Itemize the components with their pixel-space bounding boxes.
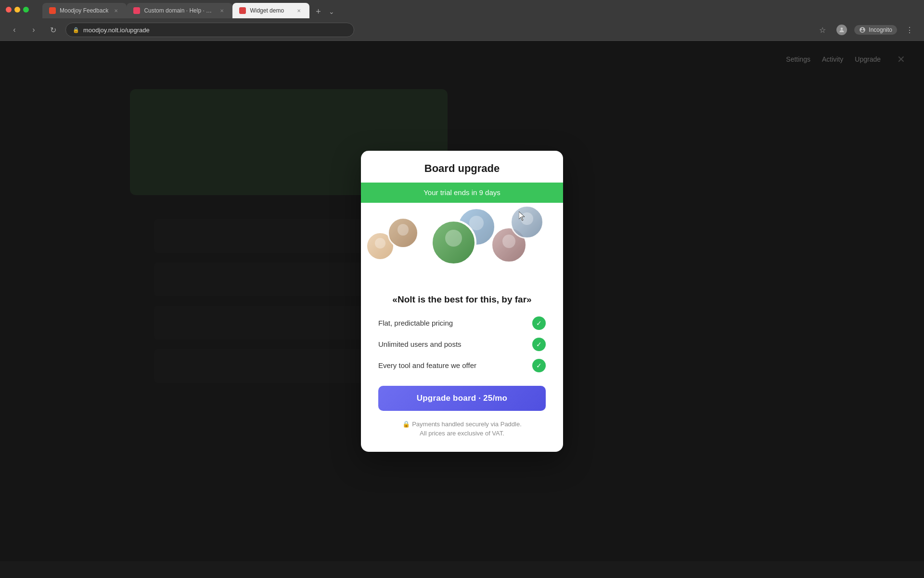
forward-button[interactable]: › xyxy=(27,23,40,37)
payment-line2: All prices are exclusive of VAT. xyxy=(378,429,546,438)
modal-overlay[interactable]: Board upgrade Your trial ends in 9 days … xyxy=(0,41,924,561)
profile-button[interactable] xyxy=(835,23,848,37)
tab-nolt[interactable]: Custom domain · Help · Nolt ✕ xyxy=(127,3,232,18)
page-content: Settings Activity Upgrade ✕ Board upgrad… xyxy=(0,41,924,561)
feature-item-users: Unlimited users and posts ✓ xyxy=(378,338,546,351)
close-traffic-light[interactable] xyxy=(6,7,12,13)
tab-list-button[interactable]: ⌄ xyxy=(325,5,338,18)
avatar-section xyxy=(361,203,563,285)
avatar-6 xyxy=(510,205,544,239)
back-button[interactable]: ‹ xyxy=(8,23,21,37)
tab-moodjoy[interactable]: Moodjoy Feedback ✕ xyxy=(42,3,127,18)
incognito-badge: Incognito xyxy=(854,25,897,35)
address-bar[interactable]: 🔒 moodjoy.nolt.io/upgrade xyxy=(65,23,354,37)
trial-banner: Your trial ends in 9 days xyxy=(361,183,563,203)
avatar-1 xyxy=(387,217,419,249)
menu-button[interactable]: ⋮ xyxy=(903,23,916,37)
tab-close-widget[interactable]: ✕ xyxy=(295,7,303,14)
modal-header: Board upgrade xyxy=(361,151,563,183)
tab-label-moodjoy: Moodjoy Feedback xyxy=(60,7,108,14)
feature-label-pricing: Flat, predictable pricing xyxy=(378,319,453,327)
payment-line1: Payments handled securely via Paddle. xyxy=(412,420,522,429)
bookmark-button[interactable]: ☆ xyxy=(816,23,829,37)
tab-label-nolt: Custom domain · Help · Nolt xyxy=(144,7,214,14)
quote-text: «Nolt is the best for this, by far» xyxy=(378,294,546,305)
tab-close-nolt[interactable]: ✕ xyxy=(218,7,226,14)
incognito-label: Incognito xyxy=(869,26,892,33)
minimize-traffic-light[interactable] xyxy=(14,7,20,13)
avatar-3 xyxy=(431,220,476,265)
modal-title: Board upgrade xyxy=(372,162,552,175)
tab-label-widget: Widget demo xyxy=(250,7,291,14)
upgrade-button[interactable]: Upgrade board · 25/mo xyxy=(378,386,546,411)
modal-body: «Nolt is the best for this, by far» Flat… xyxy=(361,285,563,452)
browser-actions: ☆ Incognito ⋮ xyxy=(816,23,916,37)
payment-lock-icon: 🔒 xyxy=(402,420,410,429)
reload-button[interactable]: ↻ xyxy=(46,23,60,37)
title-bar: Moodjoy Feedback ✕ Custom domain · Help … xyxy=(0,0,924,19)
features-list: Flat, predictable pricing ✓ Unlimited us… xyxy=(378,316,546,372)
check-icon-pricing: ✓ xyxy=(532,316,546,330)
tab-close-moodjoy[interactable]: ✕ xyxy=(112,7,120,14)
check-icon-users: ✓ xyxy=(532,338,546,351)
tab-favicon-widget xyxy=(239,7,246,14)
lock-icon: 🔒 xyxy=(73,27,79,33)
address-bar-row: ‹ › ↻ 🔒 moodjoy.nolt.io/upgrade ☆ Incogn… xyxy=(0,19,924,40)
feature-label-tools: Every tool and feature we offer xyxy=(378,361,476,369)
trial-text: Your trial ends in 9 days xyxy=(424,188,500,197)
feature-label-users: Unlimited users and posts xyxy=(378,340,462,348)
svg-point-0 xyxy=(841,27,843,30)
maximize-traffic-light[interactable] xyxy=(23,7,29,13)
upgrade-modal: Board upgrade Your trial ends in 9 days … xyxy=(361,151,563,452)
tab-favicon-nolt xyxy=(133,7,140,14)
tab-favicon-moodjoy xyxy=(49,7,56,14)
tabs-bar: Moodjoy Feedback ✕ Custom domain · Help … xyxy=(37,1,344,18)
feature-item-tools: Every tool and feature we offer ✓ xyxy=(378,359,546,372)
browser-chrome: Moodjoy Feedback ✕ Custom domain · Help … xyxy=(0,0,924,41)
tab-widget[interactable]: Widget demo ✕ xyxy=(232,3,309,18)
check-icon-tools: ✓ xyxy=(532,359,546,372)
url-text: moodjoy.nolt.io/upgrade xyxy=(83,26,150,34)
feature-item-pricing: Flat, predictable pricing ✓ xyxy=(378,316,546,330)
traffic-lights xyxy=(6,7,29,13)
payment-note: 🔒 Payments handled securely via Paddle. … xyxy=(378,420,546,438)
new-tab-button[interactable]: + xyxy=(311,5,325,18)
